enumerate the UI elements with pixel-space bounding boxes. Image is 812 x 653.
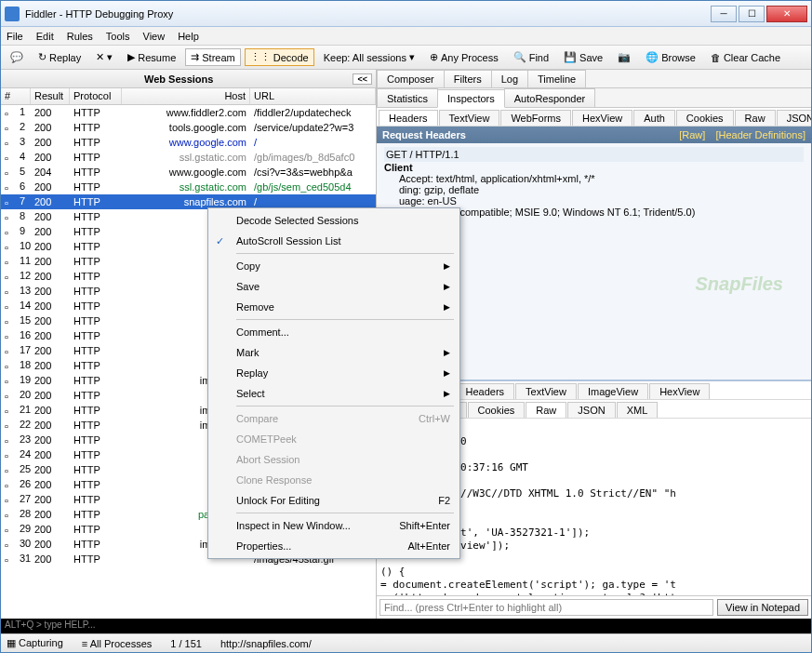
tab-timeline[interactable]: Timeline [527,70,586,87]
tab-statistics[interactable]: Statistics [377,88,438,107]
ctx-select[interactable]: Select▶ [210,383,458,404]
quickexec-bar[interactable]: ALT+Q > type HELP... [1,619,811,633]
ctx-decode-selected-sessions[interactable]: Decode Selected Sessions [210,210,458,231]
menu-rules[interactable]: Rules [67,31,93,42]
ctx-replay[interactable]: Replay▶ [210,363,458,383]
resp-tab-json[interactable]: JSON [567,402,615,418]
request-inspector-tabs: HeadersTextViewWebFormsHexViewAuthCookie… [377,108,811,127]
ctx-autoscroll-session-list[interactable]: ✓AutoScroll Session List [210,231,458,251]
req-tab-raw[interactable]: Raw [735,110,776,126]
bottom-tabs: StatisticsInspectorsAutoResponder [377,88,811,108]
col-result[interactable]: Result [31,88,70,104]
statusbar: ▦ Capturing ≡ All Processes 1 / 151 http… [1,633,811,652]
req-tab-json[interactable]: JSON [777,110,811,126]
tab-log[interactable]: Log [491,70,528,87]
session-row[interactable]: ▫1200HTTPwww.fiddler2.com/fiddler2/updat… [1,105,376,120]
context-menu: Decode Selected Sessions✓AutoScroll Sess… [207,207,460,559]
status-count: 1 / 151 [170,638,202,649]
req-tab-hexview[interactable]: HexView [572,110,632,126]
ctx-properties-[interactable]: Properties...Alt+Enter [210,536,458,556]
session-row[interactable]: ▫5204HTTPwww.google.com/csi?v=3&s=webhp&… [1,165,376,180]
col-protocol[interactable]: Protocol [70,88,122,104]
toolbar: 💬 ↻ Replay ✕ ▾ ▶ Resume ⇉ Stream ⋮⋮ Deco… [1,46,811,70]
keep-dropdown[interactable]: Keep: All sessions ▾ [318,48,420,66]
ctx-mark[interactable]: Mark▶ [210,342,458,363]
resume-button[interactable]: ▶ Resume [122,48,181,66]
ctx-inspect-in-new-window-[interactable]: Inspect in New Window...Shift+Enter [210,515,458,536]
grid-header: # Result Protocol Host URL [1,88,376,105]
stream-button[interactable]: ⇉ Stream [185,48,240,66]
ctx-unlock-for-editing[interactable]: Unlock For EditingF2 [210,490,458,511]
menu-file[interactable]: File [7,31,23,42]
comment-button[interactable]: 💬 [5,48,29,66]
remove-button[interactable]: ✕ ▾ [90,48,118,66]
menubar: FileEditRulesToolsViewHelp [1,27,811,46]
session-row[interactable]: ▫4200HTTPssl.gstatic.com/gb/images/b_8d5… [1,150,376,165]
status-capturing[interactable]: ▦ Capturing [7,637,63,649]
ctx-copy[interactable]: Copy▶ [210,256,458,276]
header-accept: Accept: text/html, application/xhtml+xml… [399,173,804,184]
req-tab-webforms[interactable]: WebForms [500,110,571,126]
collapse-button[interactable]: << [353,73,372,85]
clear-cache-button[interactable]: 🗑 Clear Cache [705,49,786,66]
req-tab-headers[interactable]: Headers [379,110,438,126]
tab-inspectors[interactable]: Inspectors [437,89,505,108]
col-url[interactable]: URL [250,88,376,104]
request-headers-bar: Request Headers [Raw] [Header Definition… [377,127,811,143]
header-language: uage: en-US [399,195,804,207]
close-button[interactable]: ✕ [766,6,807,22]
resp-tab-raw[interactable]: Raw [526,402,566,418]
menu-view[interactable]: View [143,31,166,42]
req-tab-cookies[interactable]: Cookies [676,110,734,126]
ctx-compare: CompareCtrl+W [210,408,458,429]
menu-edit[interactable]: Edit [36,31,54,42]
watermark: SnapFiles [696,273,783,295]
session-row[interactable]: ▫3200HTTPwww.google.com/ [1,135,376,150]
sessions-title: Web Sessions [5,73,353,85]
session-row[interactable]: ▫6200HTTPssl.gstatic.com/gb/js/sem_ced50… [1,180,376,194]
screenshot-button[interactable]: 📷 [612,48,636,66]
client-group: Client [384,162,413,173]
maximize-button[interactable]: ☐ [739,6,765,22]
session-row[interactable]: ▫2200HTTPtools.google.com/service/update… [1,120,376,135]
header-defs-link[interactable]: [Header Definitions] [715,129,805,140]
status-processes[interactable]: ≡ All Processes [82,638,153,649]
header-encoding: ding: gzip, deflate [399,184,804,195]
app-icon [5,7,20,21]
top-tabs: ComposerFiltersLogTimeline [377,70,811,88]
any-process-button[interactable]: ⊕ Any Process [424,48,504,66]
window-title: Fiddler - HTTP Debugging Proxy [25,8,711,20]
resp-tab-headers[interactable]: Headers [456,383,515,399]
resp-tab-imageview[interactable]: ImageView [578,383,648,399]
col-host[interactable]: Host [122,88,250,104]
menu-tools[interactable]: Tools [106,31,130,42]
resp-tab-cookies[interactable]: Cookies [468,402,526,418]
menu-help[interactable]: Help [178,31,199,42]
req-tab-auth[interactable]: Auth [633,110,675,126]
ctx-comment-[interactable]: Comment... [210,322,458,342]
find-bar: View in Notepad [377,595,811,619]
req-tab-textview[interactable]: TextView [439,110,500,126]
browse-button[interactable]: 🌐 Browse [640,48,701,66]
find-input[interactable] [379,599,713,616]
decode-button[interactable]: ⋮⋮ Decode [245,48,314,66]
replay-button[interactable]: ↻ Replay [33,48,87,66]
resp-tab-hexview[interactable]: HexView [649,383,710,399]
find-button[interactable]: 🔍 Find [508,48,554,66]
ctx-save[interactable]: Save▶ [210,276,458,297]
tab-composer[interactable]: Composer [377,70,445,87]
save-button[interactable]: 💾 Save [558,48,608,66]
minimize-button[interactable]: ─ [711,6,737,22]
ctx-cometpeek: COMETPeek [210,429,458,449]
view-in-notepad-button[interactable]: View in Notepad [717,599,808,616]
resp-tab-xml[interactable]: XML [617,402,659,418]
tab-autoresponder[interactable]: AutoResponder [504,88,595,107]
raw-link[interactable]: [Raw] [679,129,705,140]
status-url: http://snapfiles.com/ [220,638,312,649]
request-line: GET / HTTP/1.1 [384,147,804,162]
titlebar: Fiddler - HTTP Debugging Proxy ─ ☐ ✕ [1,1,811,27]
resp-tab-textview[interactable]: TextView [515,383,577,399]
ctx-remove[interactable]: Remove▶ [210,297,458,317]
col-num[interactable]: # [1,88,31,104]
tab-filters[interactable]: Filters [444,70,492,87]
